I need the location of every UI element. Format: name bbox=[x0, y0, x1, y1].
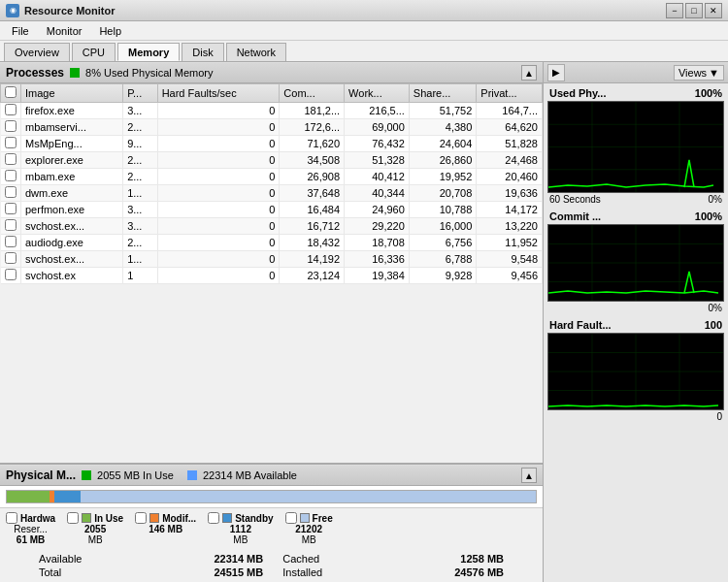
row-commit: 34,508 bbox=[280, 152, 345, 169]
minimize-button[interactable]: − bbox=[666, 3, 683, 18]
row-commit: 37,648 bbox=[280, 185, 345, 202]
row-checkbox[interactable] bbox=[5, 170, 17, 181]
row-working: 16,336 bbox=[345, 251, 410, 268]
graph-commit: Commit ... 100% bbox=[547, 210, 724, 313]
row-checkbox[interactable] bbox=[5, 269, 17, 280]
row-checkbox[interactable] bbox=[5, 104, 17, 115]
menu-bar: File Monitor Help bbox=[0, 21, 728, 41]
row-checkbox[interactable] bbox=[5, 120, 17, 132]
menu-help[interactable]: Help bbox=[91, 23, 129, 39]
row-working: 29,220 bbox=[345, 218, 410, 235]
stat-available: Available 22314 MB bbox=[39, 553, 263, 565]
row-checkbox-cell[interactable] bbox=[1, 169, 21, 185]
row-shareable: 24,604 bbox=[409, 136, 476, 152]
select-all-checkbox[interactable] bbox=[5, 86, 17, 98]
row-shareable: 16,000 bbox=[409, 218, 476, 235]
row-commit: 71,620 bbox=[280, 136, 345, 152]
row-checkbox[interactable] bbox=[5, 219, 17, 231]
row-checkbox-cell[interactable] bbox=[1, 268, 21, 284]
row-checkbox-cell[interactable] bbox=[1, 119, 21, 136]
row-hardfaults: 0 bbox=[157, 235, 280, 251]
legend-modified-cb[interactable] bbox=[135, 512, 147, 524]
graph-used-phy-value: 100% bbox=[695, 87, 722, 99]
col-checkbox[interactable] bbox=[1, 84, 21, 103]
table-row: audiodg.exe 2... 0 18,432 18,708 6,756 1… bbox=[1, 235, 543, 251]
phys-mem-collapse[interactable]: ▲ bbox=[521, 468, 537, 483]
row-checkbox-cell[interactable] bbox=[1, 185, 21, 202]
row-hardfaults: 0 bbox=[157, 169, 280, 185]
views-arrow: ▼ bbox=[709, 67, 719, 79]
col-pid[interactable]: P... bbox=[123, 84, 158, 103]
row-pid: 2... bbox=[123, 235, 158, 251]
row-checkbox-cell[interactable] bbox=[1, 103, 21, 119]
row-commit: 172,6... bbox=[280, 119, 345, 136]
tab-disk[interactable]: Disk bbox=[182, 43, 223, 61]
col-private[interactable]: Privat... bbox=[477, 84, 543, 103]
row-checkbox[interactable] bbox=[5, 252, 17, 264]
row-pid: 2... bbox=[123, 152, 158, 169]
row-commit: 16,712 bbox=[280, 218, 345, 235]
tab-cpu[interactable]: CPU bbox=[72, 43, 116, 61]
graph-commit-footer: 0% bbox=[547, 303, 724, 313]
row-checkbox-cell[interactable] bbox=[1, 136, 21, 152]
row-image: mbamservi... bbox=[21, 119, 123, 136]
row-pid: 2... bbox=[123, 119, 158, 136]
row-checkbox-cell[interactable] bbox=[1, 235, 21, 251]
modified-color bbox=[149, 513, 159, 523]
col-commit[interactable]: Com... bbox=[280, 84, 345, 103]
row-image: dwm.exe bbox=[21, 185, 123, 202]
row-checkbox[interactable] bbox=[5, 153, 17, 165]
processes-collapse[interactable]: ▲ bbox=[521, 65, 537, 81]
app-icon: ◉ bbox=[6, 4, 19, 17]
col-shareable[interactable]: Share... bbox=[409, 84, 476, 103]
row-hardfaults: 0 bbox=[157, 152, 280, 169]
tab-memory[interactable]: Memory bbox=[117, 43, 180, 61]
tab-overview[interactable]: Overview bbox=[4, 43, 70, 61]
processes-memory-info: 8% Used Physical Memory bbox=[85, 67, 213, 79]
row-checkbox[interactable] bbox=[5, 236, 17, 247]
row-checkbox[interactable] bbox=[5, 203, 17, 214]
mem-standby-bar bbox=[54, 491, 81, 502]
processes-header: Processes 8% Used Physical Memory ▲ bbox=[0, 62, 543, 83]
processes-title: Processes bbox=[6, 66, 64, 80]
graph-hard-fault-title: Hard Fault... bbox=[549, 319, 612, 331]
row-shareable: 51,752 bbox=[409, 103, 476, 119]
col-image[interactable]: Image bbox=[21, 84, 123, 103]
row-checkbox-cell[interactable] bbox=[1, 218, 21, 235]
maximize-button[interactable]: □ bbox=[685, 3, 703, 18]
memory-bar-container bbox=[0, 486, 543, 508]
table-row: dwm.exe 1... 0 37,648 40,344 20,708 19,6… bbox=[1, 185, 543, 202]
row-pid: 3... bbox=[123, 103, 158, 119]
row-commit: 26,908 bbox=[280, 169, 345, 185]
legend-hardware-cb[interactable] bbox=[6, 512, 17, 524]
graph-commit-header: Commit ... 100% bbox=[547, 210, 724, 222]
row-hardfaults: 0 bbox=[157, 218, 280, 235]
col-hardfaults[interactable]: Hard Faults/sec bbox=[157, 84, 280, 103]
row-checkbox[interactable] bbox=[5, 186, 17, 198]
views-button[interactable]: Views ▼ bbox=[674, 65, 724, 81]
menu-file[interactable]: File bbox=[4, 23, 37, 39]
graph-grid-1 bbox=[548, 102, 723, 192]
right-nav-button[interactable]: ▶ bbox=[547, 64, 565, 81]
row-checkbox-cell[interactable] bbox=[1, 251, 21, 268]
row-image: svchost.ex... bbox=[21, 251, 123, 268]
row-private: 14,172 bbox=[477, 202, 543, 218]
row-shareable: 26,860 bbox=[409, 152, 476, 169]
graph-used-phy-footer: 60 Seconds 0% bbox=[547, 194, 724, 205]
process-table-container[interactable]: Image P... Hard Faults/sec Com... Work..… bbox=[0, 83, 543, 463]
row-working: 40,344 bbox=[345, 185, 410, 202]
window-controls: − □ ✕ bbox=[666, 3, 722, 18]
legend-free-cb[interactable] bbox=[285, 512, 297, 524]
row-checkbox-cell[interactable] bbox=[1, 202, 21, 218]
row-checkbox[interactable] bbox=[5, 137, 17, 148]
legend-inuse-cb[interactable] bbox=[67, 512, 79, 524]
tab-network[interactable]: Network bbox=[226, 43, 286, 61]
legend-standby-cb[interactable] bbox=[208, 512, 219, 524]
close-button[interactable]: ✕ bbox=[705, 3, 722, 18]
col-working[interactable]: Work... bbox=[345, 84, 410, 103]
stat-total: Total 24515 MB bbox=[39, 566, 263, 578]
menu-monitor[interactable]: Monitor bbox=[39, 23, 90, 39]
row-working: 24,960 bbox=[345, 202, 410, 218]
row-hardfaults: 0 bbox=[157, 185, 280, 202]
row-checkbox-cell[interactable] bbox=[1, 152, 21, 169]
